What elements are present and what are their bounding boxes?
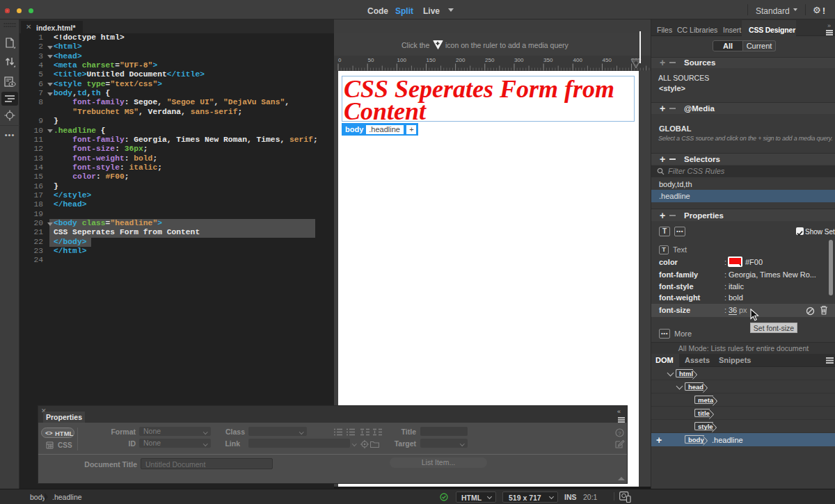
svg-text:?: ? xyxy=(618,430,621,437)
